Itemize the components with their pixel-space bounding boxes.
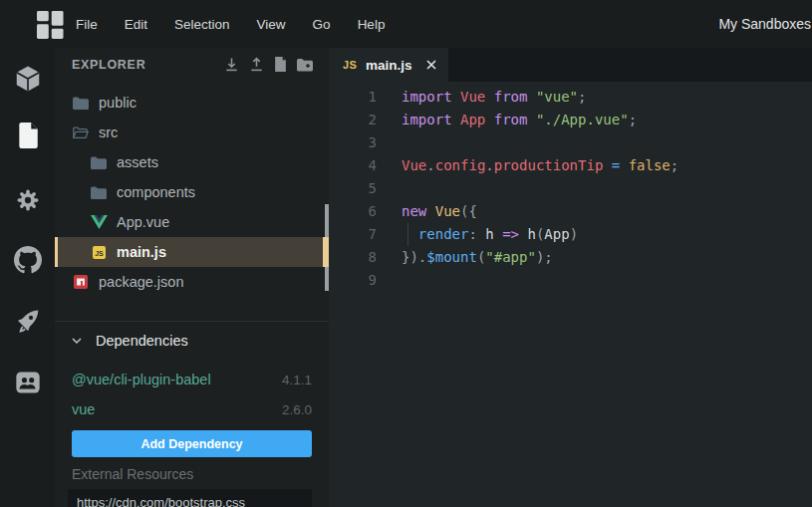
chevron-down-icon (72, 338, 82, 344)
line-number: 5 (329, 177, 377, 200)
code-token: . (485, 157, 493, 173)
code-token: ; (671, 157, 678, 173)
code-token: import (402, 89, 452, 105)
code-text (377, 269, 402, 292)
menu-view[interactable]: View (257, 17, 286, 32)
code-token: ); (536, 249, 553, 265)
line-number: 9 (329, 269, 377, 292)
dependency-version: 4.1.1 (282, 373, 312, 387)
js-icon: JS (90, 246, 108, 259)
code-token: ; (578, 89, 586, 105)
npm-icon (72, 275, 90, 289)
code-text: Vue.config.productionTip = false; (377, 154, 678, 177)
deployment-rocket-icon[interactable] (13, 306, 43, 336)
tree-item-src[interactable]: src (55, 118, 329, 147)
codesandbox-logo-icon[interactable] (36, 11, 66, 39)
new-folder-icon[interactable] (297, 58, 313, 72)
dependencies-title: Dependencies (96, 333, 188, 349)
dependency-row[interactable]: @vue/cli-plugin-babel 4.1.1 (72, 369, 312, 390)
menu-go[interactable]: Go (313, 17, 331, 32)
tree-item-components[interactable]: components (55, 177, 329, 207)
menu-help[interactable]: Help (358, 17, 386, 32)
tree-item-public[interactable]: public (55, 88, 329, 118)
code-token: h (485, 226, 493, 242)
menu-bar: File Edit Selection View Go Help (76, 0, 385, 48)
close-tab-icon[interactable] (426, 60, 436, 70)
external-resource-input[interactable] (68, 489, 312, 507)
upload-icon[interactable] (249, 57, 264, 72)
line-number: 7 (329, 223, 377, 246)
code-token (485, 112, 493, 127)
tab-main-js[interactable]: JS main.js (329, 48, 448, 82)
top-menu-bar: File Edit Selection View Go Help My Sand… (0, 0, 812, 48)
activity-bar (0, 48, 55, 507)
code-token: Vue (460, 89, 485, 105)
svg-text:JS: JS (95, 249, 104, 256)
code-token (527, 89, 535, 105)
code-token: "#app" (485, 249, 536, 265)
folder-icon (72, 97, 90, 110)
tree-item-main-js[interactable]: JS main.js (55, 237, 329, 267)
code-token (452, 89, 460, 105)
tree-item-label: App.vue (117, 214, 169, 230)
tree-item-label: assets (117, 154, 158, 170)
line-number: 4 (329, 154, 377, 177)
new-file-icon[interactable] (274, 57, 287, 72)
explorer-title: EXPLORER (72, 58, 145, 72)
settings-gear-icon[interactable] (13, 185, 43, 215)
folder-icon (90, 156, 108, 169)
tree-item-package-json[interactable]: package.json (55, 267, 329, 297)
code-token: App (544, 226, 569, 242)
code-line: 1import Vue from "vue"; (329, 86, 812, 109)
download-icon[interactable] (224, 57, 239, 72)
folder-open-icon (72, 127, 90, 139)
external-resources-label: External Resources (72, 466, 193, 482)
file-explorer-icon[interactable] (13, 121, 43, 150)
code-line: 9 (329, 269, 812, 292)
dependency-row[interactable]: vue 2.6.0 (72, 398, 312, 420)
code-token (494, 226, 502, 242)
sandbox-cube-icon[interactable] (13, 64, 43, 94)
dependency-name: vue (72, 401, 95, 417)
code-token: config (435, 157, 486, 173)
dependency-name: @vue/cli-plugin-babel (72, 372, 211, 387)
tree-item-label: main.js (117, 244, 166, 260)
code-text: import App from "./App.vue"; (377, 109, 637, 131)
code-token (527, 112, 535, 127)
code-token (620, 157, 628, 173)
line-number: 6 (329, 200, 377, 223)
tree-item-label: src (99, 125, 118, 140)
code-line: 2import App from "./App.vue"; (329, 109, 812, 131)
code-token: import (402, 112, 452, 127)
code-text (377, 177, 402, 200)
line-number: 2 (329, 109, 377, 131)
code-token: from (494, 89, 528, 105)
dependencies-header[interactable]: Dependencies (72, 330, 188, 352)
code-line: 4Vue.config.productionTip = false; (329, 154, 812, 177)
code-lines: 1import Vue from "vue";2import App from … (329, 86, 812, 292)
code-token: . (426, 157, 434, 173)
my-sandboxes-link[interactable]: My Sandboxes (718, 16, 811, 32)
code-token: }) (402, 249, 418, 265)
code-token: Vue (435, 203, 460, 219)
tree-item-app-vue[interactable]: App.vue (55, 207, 329, 237)
tree-item-assets[interactable]: assets (55, 147, 329, 177)
menu-edit[interactable]: Edit (125, 17, 147, 32)
code-line: 6new Vue({ (329, 200, 812, 223)
tab-bar: JS main.js (329, 48, 812, 82)
code-token: ) (570, 226, 578, 242)
code-text: }).$mount("#app"); (377, 246, 553, 269)
tree-item-label: package.json (99, 274, 183, 290)
github-icon[interactable] (13, 245, 43, 275)
add-dependency-button[interactable]: Add Dependency (72, 430, 312, 457)
menu-selection[interactable]: Selection (174, 17, 230, 32)
tab-label: main.js (366, 58, 412, 73)
live-users-icon[interactable] (13, 368, 43, 397)
code-line: 8}).$mount("#app"); (329, 246, 812, 269)
menu-file[interactable]: File (76, 17, 98, 32)
code-token: : (468, 226, 476, 242)
code-token: Vue (402, 157, 426, 173)
explorer-sidebar: EXPLORER public s (55, 48, 329, 507)
code-token (603, 157, 611, 173)
code-editor[interactable]: 1import Vue from "vue";2import App from … (329, 82, 812, 507)
